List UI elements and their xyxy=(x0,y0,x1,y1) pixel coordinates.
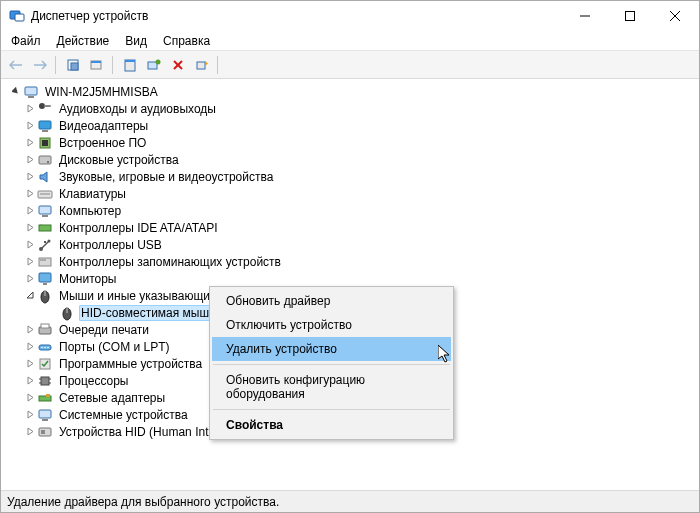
svg-rect-3 xyxy=(625,12,634,21)
category-disk[interactable]: Дисковые устройства xyxy=(1,151,699,168)
category-sound[interactable]: Звуковые, игровые и видеоустройства xyxy=(1,168,699,185)
expand-icon[interactable] xyxy=(23,257,37,266)
ctx-uninstall-device[interactable]: Удалить устройство xyxy=(212,337,451,361)
svg-rect-37 xyxy=(40,259,46,261)
properties-button[interactable] xyxy=(119,54,141,76)
svg-rect-29 xyxy=(39,206,51,214)
svg-point-26 xyxy=(47,161,49,163)
software-icon xyxy=(37,356,53,372)
svg-rect-39 xyxy=(43,283,47,285)
close-button[interactable] xyxy=(652,2,697,31)
svg-rect-18 xyxy=(28,96,34,98)
ctx-separator xyxy=(213,364,450,365)
toolbar-separator xyxy=(55,56,56,74)
toolbar-separator xyxy=(217,56,218,74)
svg-rect-57 xyxy=(46,394,50,397)
svg-rect-58 xyxy=(39,410,51,418)
expand-icon[interactable] xyxy=(23,342,37,351)
expand-icon[interactable] xyxy=(23,189,37,198)
collapse-icon[interactable] xyxy=(9,87,23,96)
svg-rect-21 xyxy=(39,121,51,129)
scan-hardware-button[interactable] xyxy=(143,54,165,76)
category-label: Контроллеры запоминающих устройств xyxy=(57,254,283,270)
monitor-icon xyxy=(37,271,53,287)
expand-icon[interactable] xyxy=(23,427,37,436)
expand-icon[interactable] xyxy=(23,393,37,402)
category-label: Сетевые адаптеры xyxy=(57,390,167,406)
ctx-separator xyxy=(213,409,450,410)
svg-rect-9 xyxy=(91,61,101,63)
expand-icon[interactable] xyxy=(23,223,37,232)
nav-forward-button[interactable] xyxy=(29,54,51,76)
category-video[interactable]: Видеоадаптеры xyxy=(1,117,699,134)
expand-icon[interactable] xyxy=(23,104,37,113)
menu-action[interactable]: Действие xyxy=(49,32,118,50)
expand-icon[interactable] xyxy=(23,138,37,147)
category-audio[interactable]: Аудиовходы и аудиовыходы xyxy=(1,100,699,117)
ctx-disable-device[interactable]: Отключить устройство xyxy=(212,313,451,337)
root-label: WIN-M2J5MHMISBA xyxy=(43,84,160,100)
expand-icon[interactable] xyxy=(23,359,37,368)
menu-help[interactable]: Справка xyxy=(155,32,218,50)
storage-icon xyxy=(37,254,53,270)
category-storage[interactable]: Контроллеры запоминающих устройств xyxy=(1,253,699,270)
ctx-update-driver[interactable]: Обновить драйвер xyxy=(212,289,451,313)
maximize-button[interactable] xyxy=(607,2,652,31)
category-label: Программные устройства xyxy=(57,356,204,372)
action-menu-button[interactable] xyxy=(86,54,108,76)
expand-icon[interactable] xyxy=(23,206,37,215)
nav-back-button[interactable] xyxy=(5,54,27,76)
category-label: Очереди печати xyxy=(57,322,151,338)
svg-rect-31 xyxy=(39,225,51,231)
expand-icon[interactable] xyxy=(23,240,37,249)
category-usb[interactable]: Контроллеры USB xyxy=(1,236,699,253)
collapse-icon[interactable] xyxy=(23,291,37,300)
hid-icon xyxy=(37,424,53,440)
expand-icon[interactable] xyxy=(23,325,37,334)
app-icon xyxy=(9,8,25,24)
category-computer[interactable]: Компьютер xyxy=(1,202,699,219)
expand-icon[interactable] xyxy=(23,155,37,164)
expand-icon[interactable] xyxy=(23,410,37,419)
keyboard-icon xyxy=(37,186,53,202)
svg-rect-16 xyxy=(197,62,205,69)
svg-rect-61 xyxy=(41,430,45,434)
svg-rect-1 xyxy=(15,14,24,21)
svg-rect-51 xyxy=(41,377,49,385)
svg-rect-38 xyxy=(39,273,51,282)
category-ide[interactable]: Контроллеры IDE ATA/ATAPI xyxy=(1,219,699,236)
uninstall-device-button[interactable] xyxy=(167,54,189,76)
statusbar: Удаление драйвера для выбранного устройс… xyxy=(1,490,699,512)
expand-icon[interactable] xyxy=(23,172,37,181)
category-firmware[interactable]: Встроенное ПО xyxy=(1,134,699,151)
menu-file[interactable]: Файл xyxy=(3,32,49,50)
ctx-properties[interactable]: Свойства xyxy=(212,413,451,437)
svg-rect-7 xyxy=(71,63,78,70)
context-menu: Обновить драйвер Отключить устройство Уд… xyxy=(209,286,454,440)
svg-point-49 xyxy=(47,346,49,348)
cpu-icon xyxy=(37,373,53,389)
network-icon xyxy=(37,390,53,406)
category-label: Контроллеры USB xyxy=(57,237,164,253)
tree-root[interactable]: WIN-M2J5MHMISBA xyxy=(1,83,699,100)
menu-view[interactable]: Вид xyxy=(117,32,155,50)
expand-icon[interactable] xyxy=(23,274,37,283)
category-keyboard[interactable]: Клавиатуры xyxy=(1,185,699,202)
audio-icon xyxy=(37,101,53,117)
svg-rect-32 xyxy=(40,224,42,225)
category-label: Клавиатуры xyxy=(57,186,128,202)
disable-device-button[interactable] xyxy=(191,54,213,76)
show-hidden-button[interactable] xyxy=(62,54,84,76)
minimize-button[interactable] xyxy=(562,2,607,31)
expand-icon[interactable] xyxy=(23,121,37,130)
ctx-scan-hardware[interactable]: Обновить конфигурацию оборудования xyxy=(212,368,451,406)
hid-mouse-icon xyxy=(59,305,75,321)
category-label: Аудиовходы и аудиовыходы xyxy=(57,101,218,117)
svg-point-47 xyxy=(41,346,43,348)
svg-rect-12 xyxy=(148,62,157,69)
svg-point-48 xyxy=(44,346,46,348)
category-monitor[interactable]: Мониторы xyxy=(1,270,699,287)
svg-rect-11 xyxy=(125,60,135,62)
device-tree[interactable]: WIN-M2J5MHMISBA Аудиовходы и аудиовыходы… xyxy=(1,79,699,490)
expand-icon[interactable] xyxy=(23,376,37,385)
